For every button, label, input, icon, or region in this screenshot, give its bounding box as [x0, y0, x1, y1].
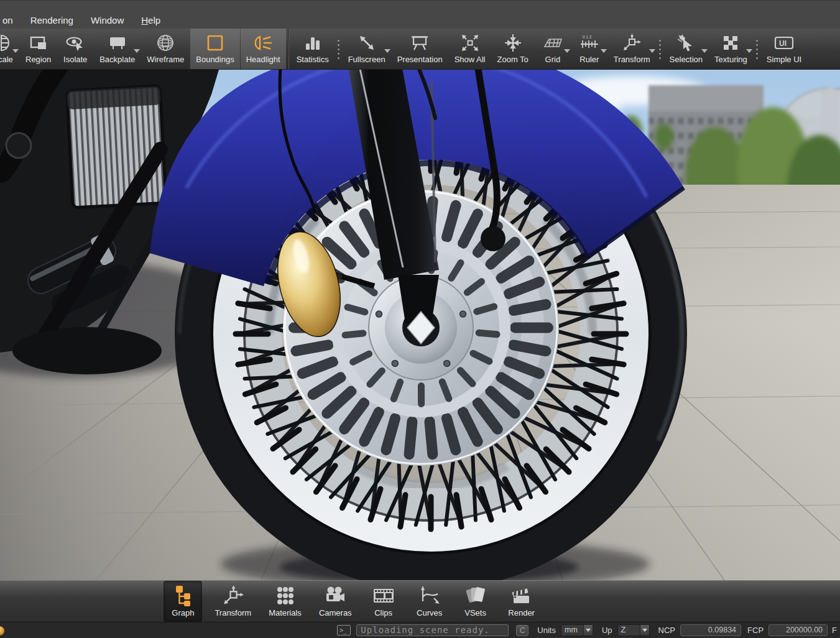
toolbar-button-wireframe[interactable]: Wireframe: [141, 29, 190, 69]
ruler-icon: 0 1 2: [579, 32, 600, 54]
status-bar: >_ Uploading scene ready. C Units mm Up …: [0, 622, 840, 638]
toolbar-button-label: Transform: [614, 55, 650, 64]
toolbar-button-label: Grid: [545, 55, 561, 64]
menu-item-window[interactable]: Window: [90, 14, 125, 27]
status-corner-icon: [0, 626, 4, 636]
ncp-field[interactable]: 0.09834: [680, 624, 741, 636]
chevron-down-icon: [642, 629, 647, 632]
dock-button-render[interactable]: Render: [502, 581, 541, 622]
chevron-down-icon: [586, 629, 591, 632]
selection-cursor-icon: [676, 32, 696, 54]
chevron-down-icon: [12, 49, 19, 53]
toolbar-button-label: Show All: [455, 55, 486, 64]
units-dropdown[interactable]: mm: [561, 624, 593, 636]
clapperboard-icon: [510, 583, 533, 608]
wireframe-globe-icon: [155, 32, 175, 54]
downscale-icon: [0, 32, 11, 54]
fullscreen-icon: [358, 32, 376, 54]
dock-button-label: VSets: [464, 608, 486, 617]
dock-button-label: Curves: [417, 608, 442, 617]
toolbar-button-label: Presentation: [397, 55, 443, 64]
statistics-bars-icon: [303, 32, 322, 54]
rendered-scene: [0, 70, 840, 580]
toolbar-separator: [288, 29, 289, 69]
toolbar-button-fullscreen[interactable]: Fullscreen: [343, 29, 391, 69]
chevron-down-icon: [649, 49, 655, 53]
toolbar-button-transform[interactable]: Transform: [608, 29, 656, 69]
dropdown-button[interactable]: [583, 625, 593, 636]
fcp-field[interactable]: 200000.00: [768, 624, 828, 636]
toolbar-button-grid[interactable]: Grid: [535, 29, 571, 69]
grid-icon: [542, 32, 563, 54]
ncp-label: NCP: [658, 626, 675, 635]
fcp-label: FCP: [747, 626, 764, 635]
dock-button-vsets[interactable]: VSets: [456, 581, 495, 622]
toolbar-button-region[interactable]: Region: [20, 29, 57, 69]
toolbar-button-label: Backplate: [99, 55, 135, 64]
menu-item-on[interactable]: on: [1, 14, 14, 27]
toolbar-button-statistics[interactable]: Statistics: [291, 29, 335, 69]
dropdown-button[interactable]: [640, 625, 649, 636]
toolbar-button-texturing[interactable]: Texturing: [709, 29, 753, 69]
texturing-checker-icon: [721, 32, 740, 54]
up-axis-dropdown[interactable]: Z: [617, 624, 650, 636]
scenegraph-icon: [172, 583, 193, 608]
boundings-icon: [206, 32, 224, 54]
chevron-down-icon: [134, 49, 140, 53]
menu-item-rendering[interactable]: Rendering: [29, 14, 75, 27]
dock-button-clips[interactable]: Clips: [364, 581, 403, 622]
application-window: on Rendering Window Help nscale Region I…: [0, 0, 840, 638]
toolbar-button-selection[interactable]: Selection: [664, 29, 708, 69]
toolbar-button-label: Simple UI: [767, 55, 801, 64]
terminal-icon[interactable]: >_: [337, 625, 351, 636]
toolbar-button-ruler[interactable]: 0 1 2 Ruler: [571, 29, 607, 69]
dock-button-transform[interactable]: Transform: [210, 581, 256, 622]
visualization-toolbar: nscale Region Isolate Backplate: [0, 29, 840, 70]
toolbar-button-zoom-to[interactable]: Zoom To: [492, 29, 534, 69]
clear-console-button[interactable]: C: [516, 625, 528, 636]
toolbar-button-label: Zoom To: [497, 55, 528, 64]
toolbar-button-headlight[interactable]: Headlight: [241, 29, 286, 69]
region-icon: [29, 32, 48, 54]
svg-text:0 1 2: 0 1 2: [583, 35, 592, 39]
vsets-cards-icon: [464, 583, 487, 608]
toolbar-button-boundings[interactable]: Boundings: [190, 29, 239, 69]
toolbar-button-label: Headlight: [246, 55, 280, 64]
dock-button-label: Transform: [215, 608, 251, 617]
toolbar-button-label: Fullscreen: [348, 55, 385, 64]
up-axis-label: Up: [602, 626, 612, 635]
toolbar-button-backplate[interactable]: Backplate: [94, 29, 141, 69]
dock-button-label: Clips: [374, 608, 392, 617]
units-value: mm: [561, 625, 583, 636]
render-viewport[interactable]: [0, 70, 840, 580]
toolbar-button-show-all[interactable]: Show All: [449, 29, 491, 69]
filmstrip-icon: [372, 583, 395, 608]
toolbar-button-label: Texturing: [714, 55, 747, 64]
menu-item-help[interactable]: Help: [140, 14, 162, 27]
transform-icon: [622, 32, 642, 54]
chevron-down-icon: [746, 49, 752, 53]
status-message-field[interactable]: Uploading scene ready.: [356, 624, 509, 636]
dock-button-label: Cameras: [319, 608, 352, 617]
show-all-icon: [460, 32, 480, 54]
chevron-down-icon: [564, 49, 570, 53]
toolbar-button-label: Region: [25, 55, 51, 64]
toolbar-button-isolate[interactable]: Isolate: [57, 29, 93, 69]
movie-camera-icon: [323, 583, 347, 608]
menu-bar: on Rendering Window Help: [0, 0, 840, 29]
toolbar-grip: [755, 39, 759, 60]
dock-button-curves[interactable]: Curves: [410, 581, 449, 622]
backplate-icon: [108, 32, 127, 54]
chevron-down-icon: [601, 49, 607, 53]
presentation-screen-icon: [410, 32, 430, 54]
dock-button-label: Materials: [269, 608, 302, 617]
toolbar-button-presentation[interactable]: Presentation: [392, 29, 448, 69]
dock-button-graph[interactable]: Graph: [164, 581, 202, 622]
toolbar-button-label: Statistics: [297, 55, 329, 64]
dock-button-materials[interactable]: Materials: [264, 581, 307, 622]
toolbar-button-label: nscale: [0, 55, 13, 64]
toolbar-button-downscale[interactable]: nscale: [0, 29, 19, 69]
dock-button-cameras[interactable]: Cameras: [314, 581, 357, 622]
toolbar-button-simple-ui[interactable]: UI Simple UI: [761, 29, 807, 69]
toolbar-button-label: Boundings: [196, 55, 234, 64]
